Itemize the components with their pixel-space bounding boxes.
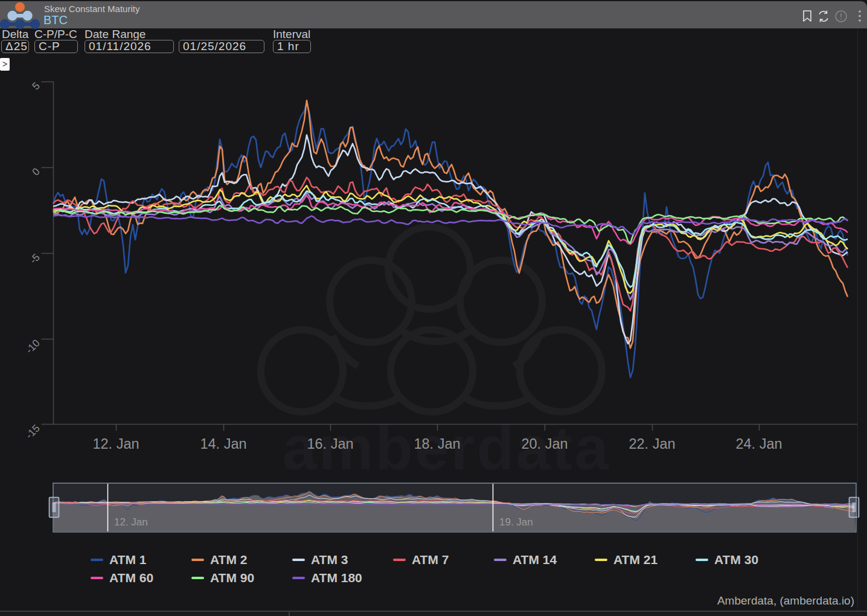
svg-text:16. Jan: 16. Jan (307, 436, 353, 452)
svg-text:-15: -15 (24, 422, 42, 441)
svg-text:18. Jan: 18. Jan (414, 436, 460, 452)
svg-text:14. Jan: 14. Jan (200, 436, 246, 452)
svg-text:20. Jan: 20. Jan (521, 436, 568, 452)
svg-text:12. Jan: 12. Jan (92, 436, 139, 452)
svg-text:22. Jan: 22. Jan (629, 436, 675, 452)
svg-text:24. Jan: 24. Jan (735, 436, 782, 452)
svg-text:-10: -10 (24, 337, 42, 356)
svg-text:12. Jan: 12. Jan (114, 516, 148, 528)
svg-text:0: 0 (30, 165, 42, 178)
svg-text:5: 5 (30, 80, 42, 92)
svg-text:-5: -5 (28, 251, 42, 266)
svg-text:19. Jan: 19. Jan (499, 516, 533, 528)
